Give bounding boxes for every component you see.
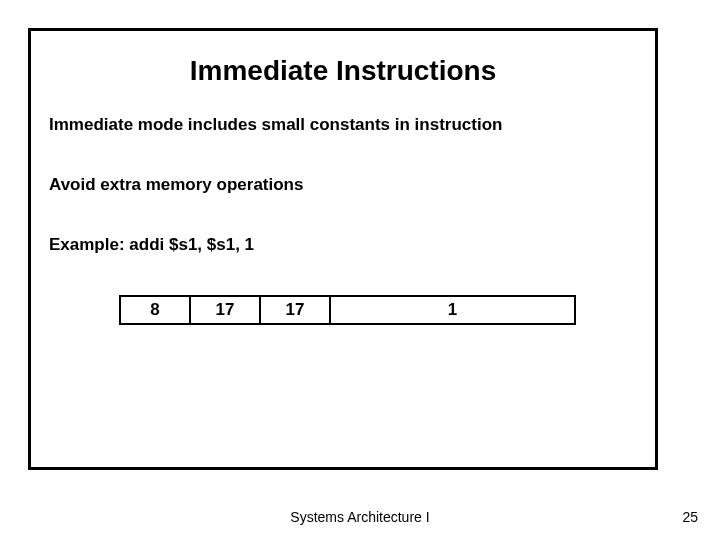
body-line-1: Immediate mode includes small constants … xyxy=(49,115,637,135)
table-row: 8 17 17 1 xyxy=(120,296,575,324)
rt-cell: 17 xyxy=(260,296,330,324)
slide-frame: Immediate Instructions Immediate mode in… xyxy=(28,28,658,470)
example-line: Example: addi $s1, $s1, 1 xyxy=(49,235,637,255)
body-line-2: Avoid extra memory operations xyxy=(49,175,637,195)
opcode-cell: 8 xyxy=(120,296,190,324)
slide-title: Immediate Instructions xyxy=(49,55,637,87)
immediate-cell: 1 xyxy=(330,296,575,324)
rs-cell: 17 xyxy=(190,296,260,324)
footer-course-title: Systems Architecture I xyxy=(0,509,720,525)
page-number: 25 xyxy=(682,509,698,525)
instruction-encoding-table: 8 17 17 1 xyxy=(119,295,576,325)
